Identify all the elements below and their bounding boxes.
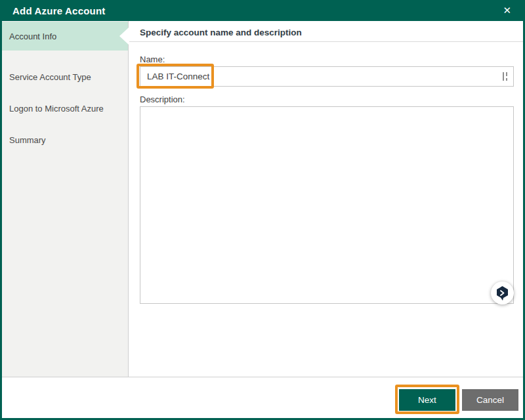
- content-panel: Specify account name and description Nam…: [129, 21, 525, 377]
- dialog-title: Add Azure Account: [12, 5, 105, 16]
- sidebar-item-service-account-type[interactable]: Service Account Type: [0, 69, 128, 85]
- heading-divider: [129, 41, 523, 42]
- next-button[interactable]: Next: [399, 389, 455, 411]
- sidebar-item-account-info[interactable]: Account Info: [0, 22, 128, 51]
- description-textarea[interactable]: [140, 106, 514, 304]
- text-cursor-icon: [502, 72, 508, 81]
- footer-bar: Next Cancel: [0, 377, 525, 420]
- cancel-button[interactable]: Cancel: [462, 389, 518, 411]
- step-label: Service Account Type: [9, 72, 91, 82]
- name-field-label: Name:: [140, 54, 165, 64]
- page-title: Specify account name and description: [140, 28, 302, 37]
- add-azure-account-dialog: Add Azure Account ✕ Account Info Service…: [0, 0, 525, 420]
- sidebar-item-summary[interactable]: Summary: [0, 132, 128, 148]
- step-label: Account Info: [9, 32, 56, 41]
- wizard-steps-sidebar: Account Info Service Account Type Logon …: [0, 21, 129, 377]
- close-icon[interactable]: ✕: [499, 0, 516, 21]
- title-bar: Add Azure Account ✕: [0, 0, 525, 21]
- sidebar-item-logon-to-microsoft-azure[interactable]: Logon to Microsoft Azure: [0, 100, 128, 116]
- step-label: Logon to Microsoft Azure: [9, 104, 104, 114]
- window-border-left: [0, 0, 2, 420]
- name-input[interactable]: [140, 66, 514, 87]
- chat-bubble-icon: [494, 284, 511, 302]
- description-field-label: Description:: [140, 94, 185, 104]
- step-label: Summary: [9, 135, 46, 145]
- active-step-pointer: [119, 28, 129, 45]
- chat-widget-button[interactable]: [491, 282, 514, 304]
